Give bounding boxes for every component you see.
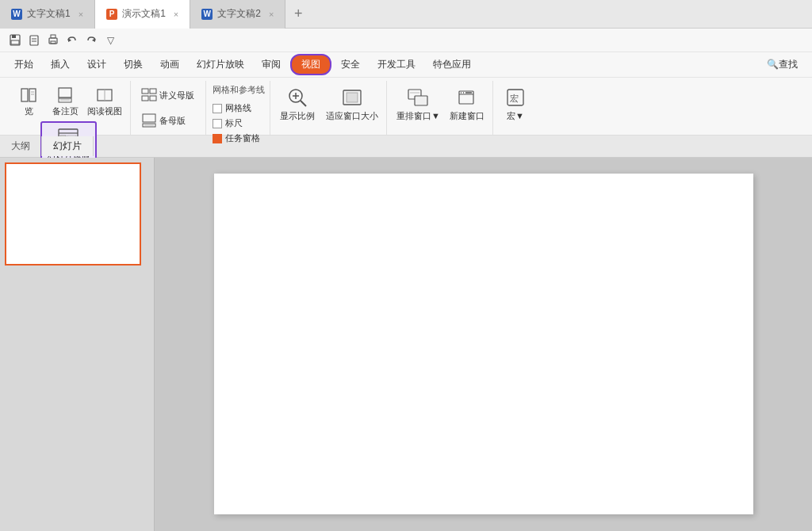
rb-notespage-label: 备注页 [52, 105, 79, 117]
svg-rect-2 [11, 40, 19, 44]
main-area [0, 158, 812, 531]
svg-rect-26 [150, 89, 156, 94]
slide-thumbnail-1[interactable] [5, 162, 141, 266]
qa-customize-button[interactable]: ▽ [102, 32, 119, 49]
qa-print-button[interactable] [44, 32, 62, 49]
ribbon-group-window-items: 重排窗口▼ 新建窗口 [393, 81, 488, 135]
rb-arrangewindows-button[interactable]: 重排窗口▼ [393, 84, 443, 124]
rb-readingview-button[interactable]: 阅读视图 [84, 84, 125, 120]
slide-panel[interactable] [0, 158, 155, 531]
menu-security[interactable]: 安全 [333, 55, 368, 74]
zoomlevel-icon [286, 86, 308, 109]
rb-newwindow-label: 新建窗口 [450, 110, 485, 122]
ribbon-group-viewmodes: 览 备注页 阅读视图 [6, 81, 131, 135]
tab-close-word1[interactable]: × [79, 10, 83, 19]
rb-fitwindow-label: 适应窗口大小 [326, 110, 378, 122]
tab-word2[interactable]: W 文字文稿2 × [190, 0, 285, 29]
rb-notemaster-button[interactable]: 备母版 [137, 109, 201, 132]
ribbon-group-showhide-items: 网格和参考线 网格线 标尺 任务窗格 [213, 81, 265, 144]
menu-search[interactable]: 🔍查找 [759, 55, 806, 74]
rb-macro-label: 宏▼ [507, 110, 524, 122]
normalview-icon [20, 86, 37, 104]
checkbox-taskpane[interactable]: 任务窗格 [213, 132, 265, 144]
ribbon-group-window: 重排窗口▼ 新建窗口 [389, 81, 493, 135]
fitwindow-icon [341, 86, 363, 109]
svg-rect-27 [142, 96, 148, 101]
svg-text:宏: 宏 [510, 94, 519, 104]
rb-newwindow-button[interactable]: 新建窗口 [446, 84, 488, 124]
rb-normalview-button[interactable]: 览 [11, 84, 46, 120]
slide-canvas[interactable] [214, 174, 753, 514]
rb-notespage-button[interactable]: 备注页 [48, 84, 82, 120]
svg-rect-11 [21, 89, 28, 101]
tab-label-ppt1: 演示文稿1 [122, 7, 166, 21]
menu-start[interactable]: 开始 [6, 55, 41, 74]
readingview-icon [96, 86, 113, 104]
menu-design[interactable]: 设计 [79, 55, 114, 74]
svg-rect-37 [347, 93, 358, 102]
tab-label-word1: 文字文稿1 [27, 7, 71, 21]
checkbox-ruler[interactable]: 标尺 [213, 117, 265, 129]
svg-rect-12 [29, 89, 36, 101]
rb-handoutmaster-label: 讲义母版 [159, 90, 194, 101]
arrangewindows-icon [407, 86, 429, 109]
qa-newdoc-button[interactable] [25, 32, 43, 49]
ribbon-group-masterviews: 讲义母版 备母版 [132, 81, 206, 135]
ribbon-group-zoom-items: 显示比例 适应窗口大小 [277, 81, 381, 135]
ribbon-group-showhide: 网格和参考线 网格线 标尺 任务窗格 [208, 81, 270, 135]
checkbox-ruler-box[interactable] [213, 119, 222, 128]
newwindow-icon [456, 86, 478, 109]
qa-save-button[interactable] [6, 32, 24, 49]
checkbox-gridlines-label: 网格线 [225, 102, 251, 114]
checkbox-taskpane-box[interactable] [213, 134, 222, 143]
menu-slideshow[interactable]: 幻灯片放映 [189, 55, 252, 74]
document-area[interactable] [155, 158, 812, 531]
menu-insert[interactable]: 插入 [43, 55, 78, 74]
rb-normalview-label: 览 [25, 105, 33, 117]
svg-rect-29 [143, 114, 155, 122]
ribbon: 览 备注页 阅读视图 [0, 78, 812, 135]
rb-macro-button[interactable]: 宏 宏▼ [500, 84, 531, 124]
svg-rect-3 [30, 36, 38, 45]
tab-close-word2[interactable]: × [269, 10, 274, 19]
outline-tab[interactable]: 大纲 [0, 136, 42, 156]
handoutmaster-icon [140, 86, 158, 104]
checkbox-gridlines[interactable]: 网格线 [213, 102, 265, 114]
svg-marker-9 [68, 38, 71, 42]
menu-transition[interactable]: 切换 [116, 55, 151, 74]
tab-ppt1[interactable]: P 演示文稿1 × [95, 0, 190, 29]
gridline-group-label: 网格和参考线 [213, 84, 265, 96]
qa-undo-button[interactable] [63, 32, 81, 49]
menu-animation[interactable]: 动画 [152, 55, 187, 74]
new-tab-button[interactable]: + [285, 0, 311, 29]
svg-rect-1 [12, 35, 16, 38]
checkbox-group: 网格线 标尺 任务窗格 [213, 99, 265, 144]
quick-access-toolbar: ▽ [0, 29, 812, 52]
svg-rect-39 [415, 96, 427, 105]
tab-icon-ppt1: P [106, 9, 117, 20]
menu-special[interactable]: 特色应用 [425, 55, 479, 74]
menu-developer[interactable]: 开发工具 [370, 55, 423, 74]
checkbox-gridlines-box[interactable] [213, 104, 222, 113]
ribbon-group-masterviews-items: 讲义母版 备母版 [137, 81, 201, 135]
notemaster-icon [140, 112, 158, 129]
rb-readingview-label: 阅读视图 [87, 105, 122, 117]
menu-review[interactable]: 审阅 [254, 55, 289, 74]
tab-word1[interactable]: W 文字文稿1 × [0, 0, 95, 29]
svg-rect-15 [59, 88, 71, 97]
rb-zoomlevel-button[interactable]: 显示比例 [277, 84, 318, 124]
rb-handoutmaster-button[interactable]: 讲义母版 [137, 84, 201, 106]
rb-arrangewindows-label: 重排窗口▼ [396, 110, 440, 122]
tab-icon-word2: W [201, 9, 213, 20]
notespage-icon [56, 86, 74, 104]
slides-tab[interactable]: 幻灯片 [42, 136, 94, 156]
rb-fitwindow-button[interactable]: 适应窗口大小 [323, 84, 381, 124]
checkbox-taskpane-label: 任务窗格 [225, 132, 260, 144]
svg-rect-28 [150, 96, 156, 101]
tab-bar: W 文字文稿1 × P 演示文稿1 × W 文字文稿2 × + [0, 0, 812, 29]
qa-redo-button[interactable] [82, 32, 100, 49]
toolbar-area: ▽ 开始 插入 设计 切换 动画 幻灯片放映 审阅 视图 安全 开发工具 特色应… [0, 29, 812, 136]
menu-bar: 开始 插入 设计 切换 动画 幻灯片放映 审阅 视图 安全 开发工具 特色应用 … [0, 52, 812, 78]
menu-view[interactable]: 视图 [290, 54, 331, 75]
tab-close-ppt1[interactable]: × [174, 10, 178, 19]
